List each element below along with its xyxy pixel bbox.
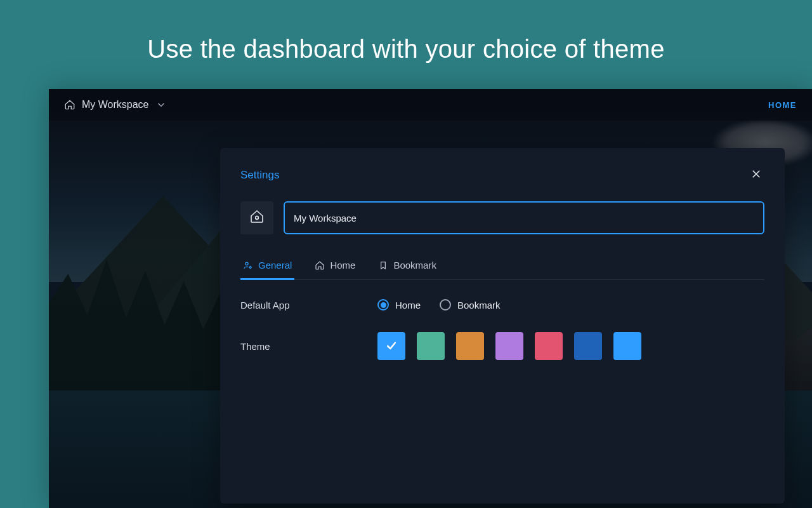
default-app-radio-group: Home Bookmark (377, 299, 501, 311)
promo-headline: Use the dashboard with your choice of th… (0, 0, 812, 64)
check-icon (385, 339, 398, 354)
tab-general[interactable]: General (240, 253, 294, 280)
svg-point-3 (246, 262, 248, 265)
tab-home[interactable]: Home (312, 253, 358, 280)
settings-modal: Settings General (220, 148, 785, 504)
tab-label: General (258, 260, 292, 271)
theme-swatch-orange[interactable] (456, 332, 484, 360)
theme-swatch-indigo[interactable] (574, 332, 602, 360)
theme-swatch-sky[interactable] (613, 332, 641, 360)
app-window: My Workspace HOME Settings (49, 89, 812, 508)
radio-default-app-home[interactable]: Home (377, 299, 421, 311)
house-icon (64, 99, 75, 110)
svg-point-2 (256, 217, 258, 219)
modal-title: Settings (240, 169, 279, 182)
topbar: My Workspace HOME (49, 89, 812, 121)
tab-bookmark[interactable]: Bookmark (376, 253, 439, 280)
radio-default-app-bookmark[interactable]: Bookmark (440, 299, 501, 311)
radio-dot-icon (440, 299, 451, 311)
radio-label: Home (395, 300, 421, 311)
theme-swatch-purple[interactable] (495, 332, 523, 360)
radio-label: Bookmark (457, 300, 501, 311)
tab-label: Home (330, 260, 355, 271)
svg-point-4 (249, 266, 251, 268)
nav-home-link[interactable]: HOME (768, 100, 797, 110)
home-icon (315, 260, 325, 271)
workspace-icon-picker[interactable] (240, 201, 273, 234)
workspace-switcher[interactable]: My Workspace (64, 99, 167, 110)
house-gear-icon (249, 209, 265, 227)
close-icon (750, 168, 762, 182)
workspace-name-label: My Workspace (82, 99, 149, 110)
theme-swatch-group (377, 332, 641, 360)
theme-swatch-pink[interactable] (535, 332, 563, 360)
bookmark-icon (378, 260, 388, 271)
default-app-label: Default App (240, 300, 377, 311)
theme-swatch-blue[interactable] (377, 332, 405, 360)
workspace-name-input[interactable] (284, 201, 764, 234)
close-button[interactable] (748, 167, 764, 184)
tab-label: Bookmark (393, 260, 436, 271)
chevron-down-icon (155, 99, 167, 110)
settings-tabs: General Home Bookmark (240, 253, 764, 280)
theme-label: Theme (240, 341, 377, 352)
user-gear-icon (243, 260, 253, 271)
theme-swatch-teal[interactable] (417, 332, 445, 360)
radio-dot-icon (377, 299, 389, 311)
